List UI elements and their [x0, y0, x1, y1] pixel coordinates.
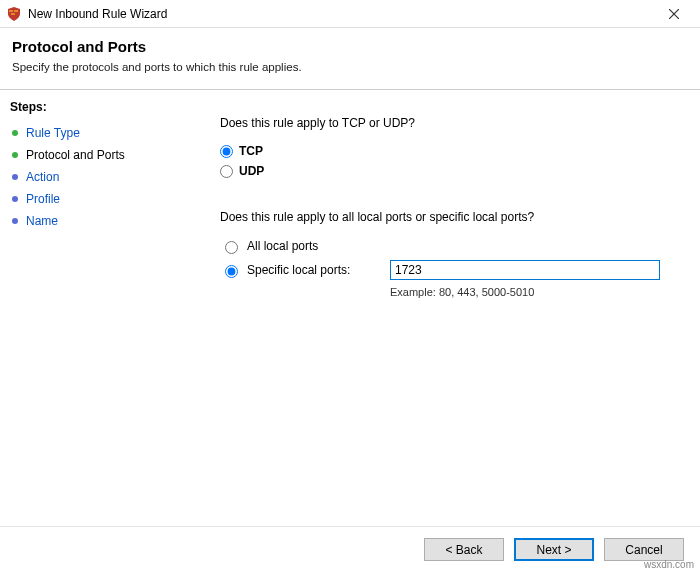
radio-tcp-label[interactable]: TCP [239, 144, 263, 158]
radio-udp[interactable] [220, 165, 233, 178]
step-protocol-and-ports: Protocol and Ports [10, 144, 170, 166]
protocol-question: Does this rule apply to TCP or UDP? [220, 116, 678, 130]
svg-rect-0 [9, 10, 13, 12]
radio-udp-row[interactable]: UDP [220, 164, 678, 178]
radio-udp-label[interactable]: UDP [239, 164, 264, 178]
radio-tcp[interactable] [220, 145, 233, 158]
step-action[interactable]: Action [10, 166, 170, 188]
svg-point-7 [12, 174, 18, 180]
step-label[interactable]: Profile [26, 192, 60, 206]
watermark-text: wsxdn.com [644, 559, 694, 570]
svg-point-9 [12, 218, 18, 224]
step-bullet-icon [10, 194, 20, 204]
close-button[interactable] [654, 0, 694, 28]
step-bullet-icon [10, 128, 20, 138]
radio-specific-ports-label[interactable]: Specific local ports: [247, 263, 350, 277]
step-label[interactable]: Rule Type [26, 126, 80, 140]
radio-all-ports-label[interactable]: All local ports [247, 239, 318, 253]
page-subtitle: Specify the protocols and ports to which… [12, 61, 688, 73]
step-name[interactable]: Name [10, 210, 170, 232]
wizard-footer: < Back Next > Cancel [0, 526, 700, 572]
step-rule-type[interactable]: Rule Type [10, 122, 170, 144]
steps-sidebar: Steps: Rule Type Protocol and Ports Acti… [0, 90, 180, 526]
next-button[interactable]: Next > [514, 538, 594, 561]
svg-point-8 [12, 196, 18, 202]
page-title: Protocol and Ports [12, 38, 688, 55]
svg-rect-1 [14, 10, 18, 12]
step-label[interactable]: Action [26, 170, 59, 184]
svg-point-6 [12, 152, 18, 158]
close-icon [669, 9, 679, 19]
window-title: New Inbound Rule Wizard [28, 7, 654, 21]
specific-ports-input[interactable] [390, 260, 660, 280]
step-label[interactable]: Name [26, 214, 58, 228]
step-bullet-icon [10, 150, 20, 160]
cancel-button[interactable]: Cancel [604, 538, 684, 561]
steps-heading: Steps: [10, 100, 170, 114]
step-profile[interactable]: Profile [10, 188, 170, 210]
radio-all-ports-row[interactable]: All local ports [220, 238, 678, 254]
step-bullet-icon [10, 216, 20, 226]
wizard-header: Protocol and Ports Specify the protocols… [0, 28, 700, 89]
back-button[interactable]: < Back [424, 538, 504, 561]
step-label: Protocol and Ports [26, 148, 125, 162]
svg-rect-2 [11, 13, 15, 15]
radio-specific-ports-row[interactable]: Specific local ports: [220, 260, 678, 280]
wizard-body: Steps: Rule Type Protocol and Ports Acti… [0, 90, 700, 526]
titlebar: New Inbound Rule Wizard [0, 0, 700, 28]
svg-point-5 [12, 130, 18, 136]
radio-specific-ports[interactable] [225, 265, 238, 278]
wizard-main-panel: Does this rule apply to TCP or UDP? TCP … [180, 90, 700, 526]
radio-tcp-row[interactable]: TCP [220, 144, 678, 158]
step-bullet-icon [10, 172, 20, 182]
firewall-shield-icon [6, 6, 22, 22]
ports-question: Does this rule apply to all local ports … [220, 210, 678, 224]
ports-example-text: Example: 80, 443, 5000-5010 [390, 286, 678, 298]
radio-all-ports[interactable] [225, 241, 238, 254]
